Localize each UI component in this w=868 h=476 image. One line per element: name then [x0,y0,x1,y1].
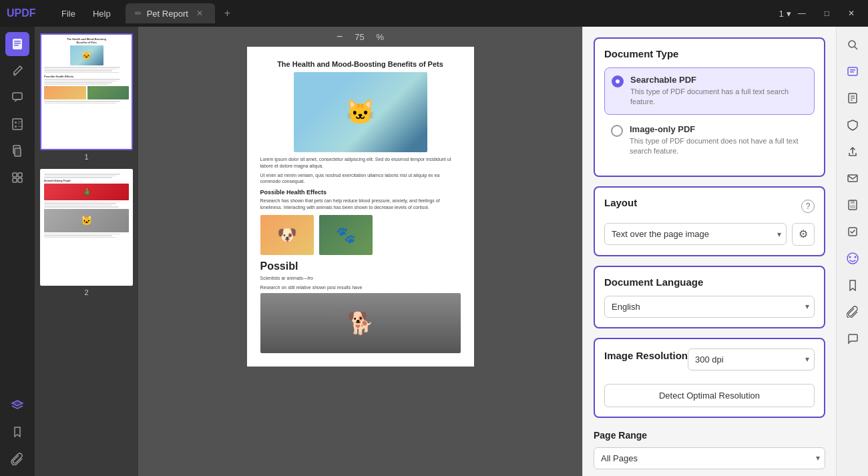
thumbnail-page-2[interactable]: Animals Helping People 🎄 🐱 2 [40,169,133,296]
checkbox-icon-button[interactable] [841,220,864,243]
titlebar: UPDF File Help ✏ Pet Report ✕ + 1 ▾ — □ … [0,0,868,27]
svg-rect-13 [15,148,21,156]
window-controls: — □ ✕ [791,6,861,21]
titlebar-menu: File Help [53,6,119,21]
svg-rect-7 [15,122,17,124]
document-scientists-text: Scientists ar animals—fro [260,275,461,282]
sidebar-item-attachment[interactable] [5,447,29,471]
save-icon-button[interactable] [841,194,864,216]
document-research-text: Research on still relative shown posi re… [260,284,461,291]
close-button[interactable]: ✕ [841,6,861,21]
thumb-label-2: 2 [40,288,133,296]
sidebar-item-bookmark[interactable] [5,420,29,444]
share-icon-button[interactable] [841,140,864,163]
resolution-dropdown-wrapper: 300 dpi 72 dpi 96 dpi 150 dpi 600 dpi ▾ [688,348,815,371]
image-only-desc: This type of PDF document does not have … [630,136,808,157]
image-only-option[interactable]: Image-only PDF This type of PDF document… [604,117,815,164]
thumb-img-2: Animals Helping People 🎄 🐱 [40,169,133,286]
svg-rect-2 [14,43,21,44]
image-only-radio[interactable] [611,125,623,137]
page-range-title: Page Range [594,430,825,441]
document-image-paw: 🐾 [319,215,373,255]
svg-rect-29 [851,200,855,204]
zoom-value: 75 [349,32,369,42]
document-type-section: Document Type Searchable PDF This type o… [594,37,825,177]
page-dropdown-icon[interactable]: ▾ [787,9,791,19]
layout-dropdown-row: Text over the page image Text under the … [604,223,815,246]
right-icon-bar [836,27,868,476]
tab-pet-report[interactable]: ✏ Pet Report ✕ [126,3,215,23]
image-only-label: Image-only PDF [630,124,808,134]
svg-rect-3 [14,45,19,46]
layout-dropdown[interactable]: Text over the page image Text under the … [604,223,787,245]
menu-file[interactable]: File [53,6,83,21]
protect-icon-button[interactable] [841,113,864,136]
svg-point-4 [13,73,16,76]
search-icon-button[interactable] [841,33,864,56]
svg-rect-8 [18,122,21,122]
maximize-button[interactable]: □ [818,6,836,21]
app-logo: UPDF [7,7,40,19]
language-dropdown[interactable]: English Spanish French German [604,296,815,318]
svg-rect-10 [15,126,17,128]
page-indicator: 1 ▾ [779,9,791,19]
menu-help[interactable]: Help [85,6,119,21]
thumb-img-1: The Health and Mood-BoostingBenefits of … [40,33,133,150]
svg-rect-0 [13,39,22,49]
image-resolution-section: Image Resolution 300 dpi 72 dpi 96 dpi 1… [594,338,825,418]
layout-help-button[interactable]: ? [801,200,815,213]
sidebar-item-layers[interactable] [5,393,29,417]
tab-close-button[interactable]: ✕ [194,7,206,19]
svg-rect-17 [18,178,22,182]
layout-header: Layout ? [604,197,815,216]
sidebar-item-reader[interactable] [5,32,29,56]
document-intro-text: Lorem ipsum dolor sit amet, consectetur … [260,156,461,170]
zoom-out-button[interactable]: − [337,31,343,43]
comment-icon-button[interactable] [841,327,864,350]
ai-icon-button[interactable] [841,247,864,270]
document-image-dog: 🐶 [260,215,314,255]
page-range-dropdown-wrapper: All Pages Current Page Custom Range ▾ [594,447,825,469]
new-tab-button[interactable]: + [219,5,236,22]
resolution-header: Image Resolution 300 dpi 72 dpi 96 dpi 1… [604,348,815,371]
document-big-text: Possibl [260,260,461,272]
document-section-title: Possible Health Effects [260,189,461,196]
sidebar-item-comment[interactable] [5,85,29,109]
searchable-pdf-option[interactable]: Searchable PDF This type of PDF document… [604,67,815,115]
svg-point-18 [849,41,855,47]
sidebar-item-organize[interactable] [5,166,29,190]
page-range-section: Page Range All Pages Current Page Custom… [594,427,825,476]
zoom-percent-label: % [376,32,384,42]
sidebar-item-pages[interactable] [5,139,29,163]
svg-point-33 [849,256,851,258]
tab-bar: ✏ Pet Report ✕ + [126,3,779,23]
document-image-pair: 🐶 🐾 [260,215,461,255]
thumbnail-page-1[interactable]: The Health and Mood-BoostingBenefits of … [40,33,133,161]
searchable-pdf-radio[interactable] [612,75,624,87]
language-dropdown-wrapper: English Spanish French German ▾ [604,296,815,318]
left-sidebar [0,27,35,476]
page-range-dropdown[interactable]: All Pages Current Page Custom Range [594,447,825,469]
svg-rect-6 [13,119,22,130]
page-number: 1 [779,9,784,19]
searchable-pdf-label: Searchable PDF [630,75,807,85]
attachment-icon-button[interactable] [841,300,864,323]
layout-settings-button[interactable]: ⚙ [792,223,815,246]
svg-rect-1 [14,41,21,42]
minimize-button[interactable]: — [791,6,813,21]
resolution-dropdown[interactable]: 300 dpi 72 dpi 96 dpi 150 dpi 600 dpi [688,348,815,371]
svg-rect-15 [18,173,22,177]
searchable-pdf-desc: This type of PDF document has a full tex… [630,87,807,107]
detect-resolution-button[interactable]: Detect Optimal Resolution [604,384,815,407]
sidebar-item-brush[interactable] [5,59,29,83]
mail-icon-button[interactable] [841,167,864,190]
svg-rect-30 [850,205,855,208]
bookmark-icon-button[interactable] [841,274,864,296]
sidebar-item-list[interactable] [5,112,29,136]
thumb-label-1: 1 [40,153,133,161]
document-health-text: Research has shown that pets can help re… [260,198,461,211]
document-page-1: The Health and Mood-Boosting Benefits of… [247,47,474,367]
text-icon-button[interactable] [841,87,864,109]
ocr-icon-button[interactable] [841,60,864,83]
zoom-bar: − 75 % [138,27,582,47]
